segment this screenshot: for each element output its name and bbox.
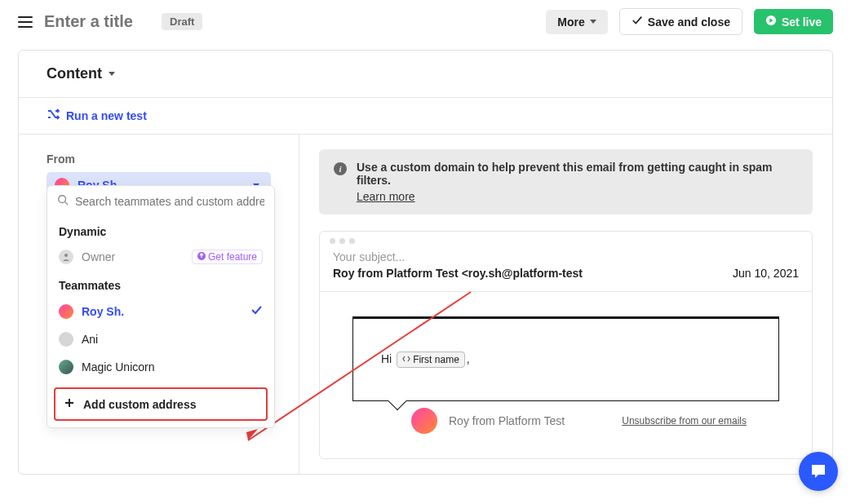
check-icon xyxy=(632,15,643,29)
title-input[interactable] xyxy=(44,12,150,31)
chevron-down-icon xyxy=(590,20,596,24)
check-icon xyxy=(250,303,263,319)
svg-line-2 xyxy=(65,202,69,206)
teammate-item-magic-unicorn[interactable]: Magic Unicorn xyxy=(47,353,274,381)
run-new-test-link[interactable]: Run a new test xyxy=(47,108,147,123)
variable-icon xyxy=(402,354,410,365)
avatar-icon xyxy=(59,332,73,347)
save-and-close-button[interactable]: Save and close xyxy=(619,8,742,35)
add-custom-label: Add custom address xyxy=(83,398,196,411)
first-name-token[interactable]: First name xyxy=(397,351,465,368)
sender-name: Roy from Platform Test xyxy=(449,414,610,427)
owner-label: Owner xyxy=(82,250,184,263)
avatar-icon xyxy=(59,360,73,374)
email-header: Your subject... Roy from Platform Test <… xyxy=(320,250,812,292)
search-teammates-input[interactable] xyxy=(75,195,264,208)
shuffle-icon xyxy=(47,108,60,123)
add-custom-address-button[interactable]: Add custom address xyxy=(54,387,268,421)
learn-more-link[interactable]: Learn more xyxy=(357,190,798,203)
more-button[interactable]: More xyxy=(546,10,607,34)
teammates-section-label: Teammates xyxy=(47,271,274,297)
unsubscribe-link[interactable]: Unsubscribe from our emails xyxy=(622,413,747,428)
content-title: Content xyxy=(47,65,102,82)
from-label: From xyxy=(47,153,271,166)
set-live-label: Set live xyxy=(782,15,822,29)
teammate-item-ani[interactable]: Ani xyxy=(47,325,274,353)
email-date: Jun 10, 2021 xyxy=(733,267,799,280)
get-feature-label: Get feature xyxy=(208,251,257,263)
right-pane: i Use a custom domain to help prevent th… xyxy=(299,135,832,474)
svg-point-1 xyxy=(59,196,66,203)
teammate-name: Roy Sh. xyxy=(82,305,242,318)
content-header[interactable]: Content xyxy=(19,51,832,97)
menu-icon[interactable] xyxy=(18,16,33,28)
teammate-name: Magic Unicorn xyxy=(82,360,263,374)
avatar-icon xyxy=(59,304,73,319)
teammate-item-roy[interactable]: Roy Sh. xyxy=(47,297,274,325)
svg-point-3 xyxy=(64,254,68,257)
set-live-button[interactable]: Set live xyxy=(754,9,833,34)
chevron-down-icon xyxy=(109,72,115,76)
more-label: More xyxy=(557,15,584,29)
save-label: Save and close xyxy=(648,15,730,29)
teammate-name: Ani xyxy=(82,333,263,346)
chat-icon xyxy=(809,462,828,475)
content-card: Content Run a new test From Roy Sh. Dyna… xyxy=(18,50,833,475)
email-footer: Roy from Platform Test Unsubscribe from … xyxy=(352,401,779,449)
greeting-text: Hi First name , xyxy=(381,352,470,365)
email-from-text: Roy from Platform Test <roy.sh@platform-… xyxy=(333,267,583,280)
email-body: Hi First name , Roy from Platform Test U… xyxy=(320,292,812,458)
email-preview: Your subject... Roy from Platform Test <… xyxy=(319,231,813,459)
from-dropdown: Dynamic Owner Get feature Teammates Roy … xyxy=(47,185,275,428)
play-icon xyxy=(765,15,777,29)
left-pane: From Roy Sh. Dynamic Owner Get f xyxy=(19,135,299,474)
upgrade-icon xyxy=(197,251,206,263)
plus-icon xyxy=(64,397,75,411)
draft-badge: Draft xyxy=(162,13,202,30)
owner-item[interactable]: Owner Get feature xyxy=(47,243,274,271)
main-split: From Roy Sh. Dynamic Owner Get f xyxy=(19,134,832,474)
email-content-box[interactable]: Hi First name , xyxy=(352,316,779,401)
dynamic-section-label: Dynamic xyxy=(47,217,274,243)
sender-avatar-icon xyxy=(411,408,437,434)
banner-text: Use a custom domain to help prevent this… xyxy=(357,161,773,187)
search-icon xyxy=(57,194,69,209)
owner-icon xyxy=(59,250,73,264)
dropdown-search-row xyxy=(47,186,274,217)
run-test-row: Run a new test xyxy=(19,97,832,134)
run-test-label: Run a new test xyxy=(66,109,147,122)
subject-input[interactable]: Your subject... xyxy=(333,250,799,263)
info-banner: i Use a custom domain to help prevent th… xyxy=(319,149,813,214)
get-feature-badge[interactable]: Get feature xyxy=(192,250,263,264)
info-icon: i xyxy=(334,162,347,175)
top-bar: Draft More Save and close Set live xyxy=(0,0,851,50)
window-controls-icon xyxy=(320,232,812,250)
